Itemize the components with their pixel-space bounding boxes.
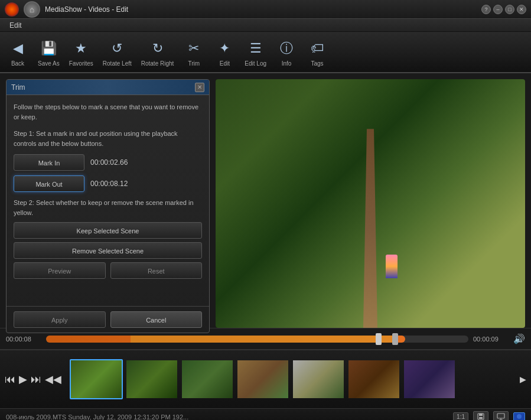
tags-label: Tags (311, 60, 323, 67)
tags-button[interactable]: 🏷 Tags (302, 35, 333, 69)
info-status-badge[interactable] (513, 412, 525, 420)
trim-dialog: Trim ✕ Follow the steps below to mark a … (6, 79, 210, 333)
svg-rect-3 (497, 414, 504, 418)
apply-button[interactable]: Apply (14, 311, 106, 328)
playback-controls: ⏮ ▶ ⏭ ◀◀ (5, 373, 61, 386)
scrubber-selection (131, 336, 392, 343)
window-controls: ? – □ ✕ (481, 5, 526, 14)
minimize-button[interactable]: – (493, 5, 503, 14)
edit-icon: ✦ (214, 38, 235, 59)
edit-log-icon: ☰ (245, 38, 266, 59)
status-text: 008-июль 2009.MTS Sunday, July 12, 2009 … (6, 414, 448, 421)
info-label: Info (282, 60, 292, 67)
favorites-icon: ★ (70, 38, 92, 59)
thumbnail-1[interactable] (70, 359, 123, 399)
maximize-button[interactable]: □ (505, 5, 514, 14)
path-visual (353, 129, 388, 328)
rotate-left-label: Rotate Left (103, 60, 132, 67)
rotate-right-button[interactable]: ↻ Rotate Right (136, 35, 179, 69)
scrubber-time-end: 00:00:09 (473, 336, 509, 343)
thumbnail-7[interactable] (403, 359, 456, 399)
rotate-left-button[interactable]: ↺ Rotate Left (98, 35, 136, 69)
play-button[interactable]: ▶ (19, 373, 27, 386)
skip-to-end-button[interactable]: ⏭ (31, 373, 41, 386)
svg-rect-2 (479, 417, 483, 419)
trim-footer: Apply Cancel (6, 306, 209, 333)
mark-out-time: 00:00:08.12 (90, 180, 128, 188)
trim-icon: ✂ (183, 38, 204, 59)
back-icon: ◀ (7, 38, 28, 59)
thumbnail-6[interactable] (347, 359, 400, 399)
titlebar: ⌂ MediaShow - Videos - Edit ? – □ ✕ (0, 0, 531, 19)
scrubber-handle[interactable] (376, 333, 382, 345)
rewind-button[interactable]: ◀◀ (45, 373, 61, 386)
cancel-button[interactable]: Cancel (110, 311, 203, 328)
child-figure (386, 255, 398, 278)
trim-label: Trim (188, 60, 200, 67)
thumb-bg-6 (348, 360, 399, 398)
mark-in-row: Mark In 00:00:02.66 (14, 154, 202, 171)
mark-out-row: Mark Out 00:00:08.12 (14, 175, 202, 192)
menubar: Edit (0, 19, 531, 32)
rotate-left-icon: ↺ (106, 38, 128, 59)
edit-log-label: Edit Log (245, 60, 266, 67)
thumbnail-4[interactable] (236, 359, 289, 399)
window-title: MediaShow - Videos - Edit (45, 5, 481, 14)
preview-reset-row: Preview Reset (14, 262, 202, 279)
mark-in-time: 00:00:02.66 (90, 158, 128, 167)
scrubber-out-handle[interactable] (392, 333, 398, 345)
preview-button[interactable]: Preview (14, 262, 106, 279)
saveas-icon: 💾 (38, 38, 59, 59)
favorites-button[interactable]: ★ Favorites (64, 35, 98, 69)
save-badge[interactable] (473, 411, 488, 421)
menu-edit[interactable]: Edit (5, 21, 27, 30)
statusbar: 008-июль 2009.MTS Sunday, July 12, 2009 … (0, 408, 531, 420)
trim-step2: Step 2: Select whether to keep or remove… (14, 198, 202, 217)
mark-out-button[interactable]: Mark Out (14, 175, 84, 192)
trim-button[interactable]: ✂ Trim (178, 35, 209, 69)
info-button[interactable]: ⓘ Info (271, 35, 302, 69)
volume-icon[interactable]: 🔊 (513, 333, 525, 344)
keep-scene-button[interactable]: Keep Selected Scene (14, 222, 202, 239)
back-button[interactable]: ◀ Back (2, 35, 33, 69)
trim-step1: Step 1: Set a mark in and out position u… (14, 129, 202, 148)
video-frame (216, 79, 525, 328)
display-badge[interactable] (493, 411, 509, 421)
edit-log-button[interactable]: ☰ Edit Log (240, 35, 271, 69)
save-icon (477, 412, 485, 421)
saveas-button[interactable]: 💾 Save As (33, 35, 64, 69)
info-icon: ⓘ (276, 38, 297, 59)
home-button[interactable]: ⌂ (24, 1, 40, 18)
skip-to-start-button[interactable]: ⏮ (5, 373, 15, 386)
thumbnail-5[interactable] (292, 359, 345, 399)
thumb-bg-1 (71, 360, 122, 398)
saveas-label: Save As (38, 60, 60, 67)
trim-titlebar: Trim ✕ (6, 80, 209, 95)
help-button[interactable]: ? (481, 5, 491, 14)
thumbnail-2[interactable] (125, 359, 178, 399)
display-icon (497, 412, 505, 421)
trim-description: Follow the steps below to mark a scene t… (14, 102, 202, 122)
thumbnail-3[interactable] (181, 359, 234, 399)
circle-icon (517, 414, 522, 419)
reset-button[interactable]: Reset (110, 262, 203, 279)
thumb-bg-3 (182, 360, 233, 398)
zoom-badge[interactable]: 1:1 (453, 412, 468, 420)
close-button[interactable]: ✕ (517, 5, 526, 14)
timeline-nav-right-button[interactable]: ▶ (520, 375, 526, 384)
toolbar: ◀ Back 💾 Save As ★ Favorites ↺ Rotate Le… (0, 32, 531, 73)
mark-in-button[interactable]: Mark In (14, 154, 84, 171)
timeline: ⏮ ▶ ⏭ ◀◀ ▶ (0, 349, 531, 408)
tags-icon: 🏷 (307, 38, 328, 59)
scrubber-track[interactable] (46, 336, 468, 343)
remove-scene-button[interactable]: Remove Selected Scene (14, 242, 202, 259)
rotate-right-label: Rotate Right (141, 60, 174, 67)
edit-button[interactable]: ✦ Edit (209, 35, 240, 69)
trim-dialog-title: Trim (11, 83, 195, 92)
thumb-bg-7 (404, 360, 455, 398)
app-logo (5, 2, 19, 17)
main-area: Trim ✕ Follow the steps below to mark a … (0, 73, 531, 328)
trim-body: Follow the steps below to mark a scene t… (6, 95, 209, 306)
trim-close-button[interactable]: ✕ (195, 83, 204, 92)
favorites-label: Favorites (69, 60, 93, 67)
